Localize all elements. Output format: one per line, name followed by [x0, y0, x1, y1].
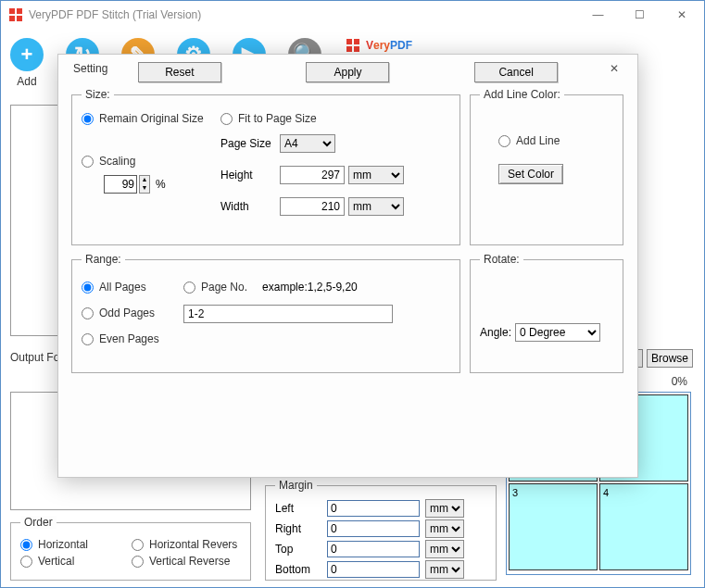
page-size-select[interactable]: A4 — [280, 134, 335, 153]
maximize-button[interactable]: ☐ — [619, 2, 661, 28]
range-group: Range: All Pages Odd Pages Even Pages Pa… — [71, 253, 460, 373]
order-hreverse-radio[interactable] — [132, 539, 144, 551]
order-horizontal-label: Horizontal — [38, 538, 88, 551]
margin-group: Margin Leftmm Rightmm Topmm Bottommm — [265, 479, 497, 581]
width-input[interactable] — [280, 197, 345, 216]
order-horizontal-radio[interactable] — [20, 539, 32, 551]
add-label: Add — [17, 75, 36, 88]
scaling-input[interactable] — [104, 175, 137, 194]
width-label: Width — [220, 200, 276, 213]
range-even-label: Even Pages — [99, 332, 159, 345]
order-group: Order Horizontal Vertical Horizontal Rev… — [10, 516, 251, 581]
size-scaling-label: Scaling — [99, 155, 135, 168]
order-vreverse-radio[interactable] — [132, 556, 144, 568]
size-group: Size: Remain Original Size Scaling ▲▼ % … — [71, 88, 460, 245]
set-color-button[interactable]: Set Color — [498, 164, 563, 184]
range-pageno-label: Page No. — [201, 281, 247, 294]
margin-top-unit[interactable]: mm — [425, 540, 464, 558]
svg-rect-4 — [346, 39, 352, 44]
range-example-label: example:1,2,5-9,20 — [262, 281, 358, 294]
preview-cell-3: 3 — [509, 483, 598, 570]
margin-top-label: Top — [275, 543, 321, 556]
order-legend: Order — [20, 516, 57, 529]
margin-top-input[interactable] — [327, 541, 420, 557]
order-hreverse-label: Horizontal Revers — [149, 538, 237, 551]
angle-select[interactable]: 0 Degree — [515, 323, 600, 342]
svg-rect-6 — [346, 46, 352, 52]
window-title: VeryPDF PDF Stitch (Trial Version) — [29, 8, 577, 21]
reset-button[interactable]: Reset — [138, 62, 221, 82]
svg-rect-1 — [17, 8, 22, 14]
size-scaling-radio[interactable] — [82, 156, 94, 168]
range-all-radio[interactable] — [82, 281, 94, 294]
svg-rect-3 — [17, 16, 22, 21]
close-button[interactable]: ✕ — [661, 2, 702, 28]
plus-icon: + — [10, 38, 44, 71]
range-odd-label: Odd Pages — [99, 307, 155, 319]
range-legend: Range: — [82, 253, 125, 266]
margin-bottom-label: Bottom — [275, 563, 321, 576]
output-folder-label: Output Fo — [10, 351, 59, 364]
margin-bottom-unit[interactable]: mm — [425, 560, 464, 579]
size-remain-label: Remain Original Size — [99, 112, 204, 125]
size-legend: Size: — [82, 88, 114, 101]
add-tool[interactable]: + Add — [10, 38, 44, 88]
svg-rect-5 — [354, 39, 359, 44]
minimize-button[interactable]: — — [577, 2, 619, 28]
margin-right-unit[interactable]: mm — [425, 519, 464, 538]
range-pageno-radio[interactable] — [183, 281, 195, 294]
height-input[interactable] — [280, 166, 345, 184]
size-fit-radio[interactable] — [220, 113, 233, 125]
margin-left-input[interactable] — [327, 500, 420, 517]
width-unit-select[interactable]: mm — [348, 197, 404, 216]
percent-label: % — [156, 178, 166, 191]
angle-label: Angle: — [480, 326, 511, 339]
add-line-label: Add Line — [516, 134, 560, 147]
margin-right-label: Right — [275, 522, 321, 535]
range-all-label: All Pages — [99, 281, 146, 294]
preview-cell-4: 4 — [599, 483, 688, 570]
logo: VeryPDF — [344, 38, 412, 53]
range-odd-radio[interactable] — [82, 307, 94, 319]
margin-bottom-input[interactable] — [327, 561, 420, 578]
line-color-legend: Add Line Color: — [480, 88, 564, 101]
page-size-label: Page Size — [220, 137, 276, 150]
svg-rect-0 — [9, 8, 15, 14]
add-line-radio[interactable] — [498, 135, 510, 147]
scaling-spinner[interactable]: ▲▼ — [139, 175, 150, 194]
titlebar: VeryPDF PDF Stitch (Trial Version) — ☐ ✕ — [1, 1, 704, 29]
margin-left-label: Left — [275, 502, 321, 515]
cancel-button[interactable]: Cancel — [474, 62, 558, 82]
rotate-legend: Rotate: — [480, 253, 523, 266]
order-vertical-radio[interactable] — [20, 556, 32, 568]
margin-right-input[interactable] — [327, 520, 420, 537]
range-even-radio[interactable] — [82, 333, 94, 345]
svg-rect-2 — [9, 16, 15, 21]
app-icon — [8, 7, 23, 22]
page-number-input[interactable] — [183, 305, 393, 323]
progress-label: 0% — [672, 375, 687, 388]
order-vreverse-label: Vertical Reverse — [149, 555, 230, 568]
rotate-group: Rotate: Angle: 0 Degree — [470, 253, 623, 373]
height-unit-select[interactable]: mm — [348, 166, 404, 184]
size-fit-label: Fit to Page Size — [238, 112, 317, 125]
margin-legend: Margin — [275, 479, 317, 492]
height-label: Height — [220, 169, 276, 181]
setting-dialog: Setting ✕ Size: Remain Original Size Sca… — [57, 54, 638, 478]
margin-left-unit[interactable]: mm — [425, 499, 464, 518]
apply-button[interactable]: Apply — [306, 62, 389, 82]
browse-button[interactable]: Browse — [647, 349, 693, 368]
line-color-group: Add Line Color: Add Line Set Color — [470, 88, 623, 245]
svg-rect-7 — [354, 46, 359, 52]
order-vertical-label: Vertical — [38, 555, 74, 568]
size-remain-radio[interactable] — [82, 113, 94, 125]
